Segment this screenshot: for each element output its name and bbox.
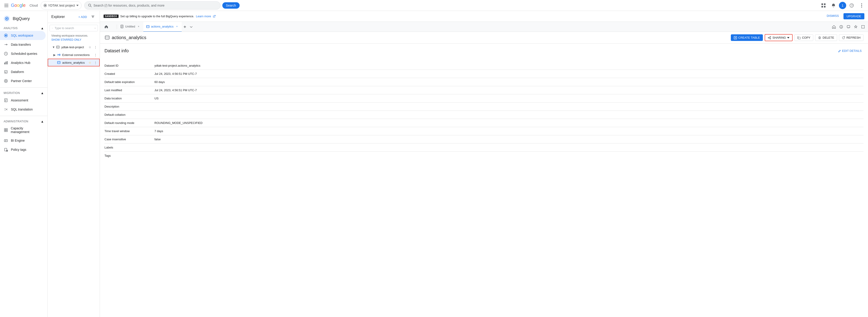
sidebar-divider-1 <box>0 87 48 88</box>
cloud-label: Cloud <box>30 4 38 7</box>
sidebar-item-sql-translation[interactable]: SQL translation <box>0 105 45 114</box>
external-more-btn[interactable]: ⋮ <box>93 52 98 57</box>
info-table-row: Default table expiration60 days <box>104 78 864 86</box>
delete-button[interactable]: DELETE <box>815 34 837 41</box>
project-icon <box>43 4 47 7</box>
info-field-value: false <box>154 135 864 143</box>
create-table-button[interactable]: CREATE TABLE <box>731 34 763 41</box>
sharing-label: SHARING <box>772 36 786 39</box>
analysis-items: SQL workspace Data transfers Schedule <box>0 31 48 86</box>
apps-button[interactable] <box>819 1 828 10</box>
info-field-label: Dataset ID <box>104 62 154 70</box>
explorer-search-input[interactable] <box>55 26 93 30</box>
svg-rect-2 <box>4 7 8 7</box>
project-more-btn[interactable]: ⋮ <box>93 45 98 50</box>
notifications-button[interactable] <box>829 1 838 10</box>
refresh-button[interactable]: REFRESH <box>839 34 864 41</box>
analysis-section-header[interactable]: Analysis ▲ <box>0 25 48 31</box>
sidebar-item-scheduled-queries[interactable]: Scheduled queries <box>0 49 45 58</box>
menu-button[interactable] <box>2 1 11 10</box>
project-star-btn[interactable]: ☆ <box>87 45 92 50</box>
svg-point-14 <box>861 3 862 4</box>
svg-point-6 <box>88 4 91 6</box>
info-table-row: Description <box>104 103 864 111</box>
explorer-panel: Explorer + ADD ? <box>48 11 100 317</box>
tabs-overflow-button[interactable] <box>188 24 194 30</box>
explorer-resize-handle[interactable] <box>867 0 868 317</box>
search-button[interactable]: Search <box>222 2 240 9</box>
info-field-value: 60 days <box>154 78 864 86</box>
policy-tags-icon <box>4 147 8 152</box>
untitled-tab-close[interactable]: × <box>136 25 141 29</box>
partner-center-icon <box>4 79 8 83</box>
sidebar-item-analytics-hub[interactable]: Analytics Hub <box>0 58 45 67</box>
more-options-button[interactable] <box>857 1 866 10</box>
untitled-tab-label: Untitled <box>125 25 135 28</box>
assessment-label: Assessment <box>11 98 28 102</box>
tab-untitled[interactable]: Untitled × <box>117 22 143 32</box>
svg-line-7 <box>90 6 92 7</box>
dismiss-button[interactable]: DISMISS <box>825 13 840 19</box>
sandbox-message: Set up billing to upgrade to the full Bi… <box>120 15 194 18</box>
sidebar-item-partner-center[interactable]: Partner Center <box>0 77 45 86</box>
actions-analytics-label: actions_analytics <box>62 61 87 64</box>
tab-home-icon[interactable] <box>831 24 837 30</box>
tabs-bar: × Untitled × <box>100 22 868 32</box>
copy-button[interactable]: COPY <box>795 34 813 41</box>
global-search-bar[interactable]: Search (/) for resources, docs, products… <box>84 1 220 9</box>
tab-info-icon[interactable] <box>838 24 844 30</box>
search-magnifier-icon <box>88 4 92 7</box>
tab-expand-icon[interactable] <box>860 24 866 30</box>
sql-translation-icon <box>4 107 8 112</box>
explorer-collapse-button[interactable] <box>90 13 96 20</box>
actions-analytics-star-btn[interactable]: ☆ <box>87 60 92 65</box>
sharing-button[interactable]: SHARING <box>765 34 793 41</box>
sandbox-learn-more-link[interactable]: Learn more <box>196 15 211 18</box>
svg-point-20 <box>5 35 7 36</box>
dataset-body: Dataset info EDIT DETAILS Dataset IDydta… <box>100 44 868 317</box>
tab-actions-analytics[interactable]: actions_analytics × <box>143 22 182 32</box>
sidebar-item-sql-workspace[interactable]: SQL workspace <box>0 31 45 40</box>
actions-analytics-tab-close[interactable]: × <box>175 25 179 29</box>
migration-section-header[interactable]: Migration ▲ <box>0 89 48 96</box>
sidebar-item-data-transfers[interactable]: Data transfers <box>0 40 45 49</box>
scheduled-queries-label: Scheduled queries <box>11 52 37 56</box>
tab-star-icon[interactable] <box>852 24 859 30</box>
administration-section-header[interactable]: Administration ▲ <box>0 118 48 124</box>
external-connections-item[interactable]: ▶ External connections ⋮ <box>48 51 100 59</box>
google-cloud-logo[interactable]: Google Cloud <box>11 3 38 8</box>
assessment-icon <box>4 98 8 103</box>
actions-analytics-more-btn[interactable]: ⋮ <box>93 60 98 65</box>
project-tree-item[interactable]: ▼ ydtak-test-project ☆ ⋮ <box>48 43 100 51</box>
sidebar-product[interactable]: BigQuery <box>0 13 48 25</box>
add-tab-button[interactable] <box>182 24 188 30</box>
dataset-actions: CREATE TABLE SHARING <box>731 34 864 41</box>
svg-rect-11 <box>824 6 826 7</box>
project-tree-actions: ☆ ⋮ <box>87 45 98 50</box>
help-button[interactable]: ? <box>847 1 856 10</box>
svg-rect-24 <box>7 61 7 64</box>
upgrade-button[interactable]: UPGRADE <box>843 13 864 19</box>
home-tab-icon <box>104 25 108 28</box>
project-selector[interactable]: YDTAK test project <box>41 1 82 9</box>
svg-rect-33 <box>4 140 7 142</box>
sidebar-item-policy-tags[interactable]: Policy tags <box>0 145 45 154</box>
sidebar-item-bi-engine[interactable]: BI Engine <box>0 136 45 145</box>
info-field-value <box>154 143 864 152</box>
sidebar-item-capacity-management[interactable]: Capacity management <box>0 124 45 136</box>
capacity-management-icon <box>4 128 8 132</box>
sidebar-item-dataform[interactable]: Dataform <box>0 67 45 77</box>
info-field-value: Jul 24, 2023, 4:56:51 PM UTC-7 <box>154 86 864 94</box>
show-starred-button[interactable]: SHOW STARRED ONLY <box>48 38 100 43</box>
tab-home[interactable]: × <box>102 22 116 32</box>
user-avatar[interactable]: 1 <box>839 2 846 9</box>
sidebar-item-assessment[interactable]: Assessment <box>0 96 45 105</box>
actions-analytics-item[interactable]: actions_analytics ☆ ⋮ <box>48 59 100 66</box>
explorer-search-box[interactable]: ? <box>50 25 98 31</box>
explorer-add-button[interactable]: + ADD <box>76 14 89 20</box>
main-layout: BigQuery Analysis ▲ SQL workspace <box>0 11 868 317</box>
svg-point-41 <box>57 47 58 48</box>
tab-chat-icon[interactable] <box>845 24 851 30</box>
explorer-search-help-icon: ? <box>95 27 96 30</box>
edit-details-button[interactable]: EDIT DETAILS <box>836 48 864 53</box>
